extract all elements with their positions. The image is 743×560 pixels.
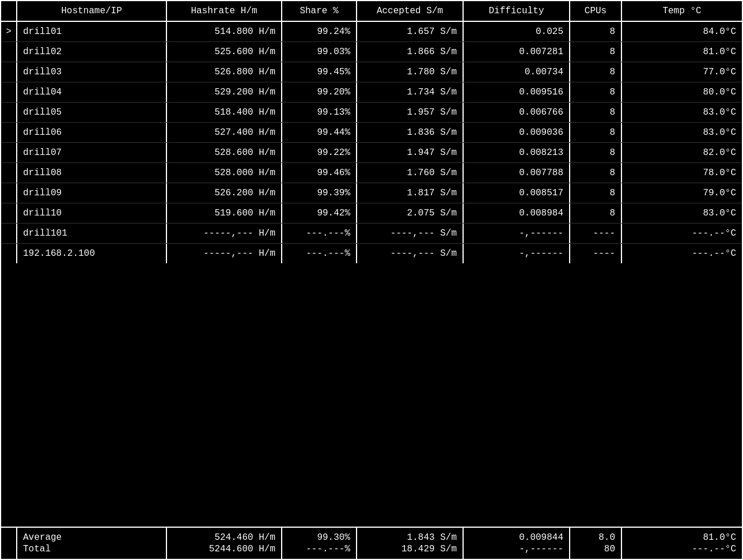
average-label: Average: [23, 532, 62, 543]
cell-cpus: 8: [570, 103, 622, 122]
cell-share: 99.44%: [282, 123, 357, 142]
cell-hostname: drill10: [17, 203, 167, 223]
col-share-header: Share %: [282, 1, 357, 21]
cell-difficulty: 0.025: [464, 22, 570, 41]
cell-accepted: ----,--- S/m: [357, 224, 464, 243]
average-difficulty: 0.009844: [519, 532, 563, 543]
table-body: > drill01 514.800 H/m 99.24% 1.657 S/m 0…: [1, 22, 742, 527]
cell-accepted: 1.866 S/m: [357, 42, 464, 62]
row-selector: [1, 183, 17, 203]
table-row[interactable]: drill02 525.600 H/m 99.03% 1.866 S/m 0.0…: [1, 42, 742, 62]
row-selector: [1, 82, 17, 102]
cell-cpus: 8: [570, 143, 622, 162]
cell-hostname: drill06: [17, 123, 167, 142]
row-selector: [1, 62, 17, 82]
table-row[interactable]: drill04 529.200 H/m 99.20% 1.734 S/m 0.0…: [1, 82, 742, 103]
cell-temp: 82.0°C: [622, 143, 742, 162]
table-row[interactable]: drill10 519.600 H/m 99.42% 2.075 S/m 0.0…: [1, 203, 742, 224]
cell-hashrate: 526.800 H/m: [167, 62, 282, 82]
cell-difficulty: 0.008984: [464, 203, 570, 223]
cell-hashrate: -----,--- H/m: [167, 224, 282, 243]
cell-cpus: 8: [570, 62, 622, 82]
table-row[interactable]: drill101 -----,--- H/m ---.---% ----,---…: [1, 224, 742, 244]
cell-temp: 80.0°C: [622, 82, 742, 102]
col-accepted-header: Accepted S/m: [357, 1, 464, 21]
footer-hashrate: 524.460 H/m 5244.600 H/m: [167, 528, 282, 559]
cell-temp: 84.0°C: [622, 22, 742, 41]
cell-accepted: 1.836 S/m: [357, 123, 464, 142]
cell-share: 99.22%: [282, 143, 357, 162]
cell-cpus: 8: [570, 163, 622, 183]
footer-difficulty: 0.009844 -,------: [464, 528, 570, 559]
col-cpus-header: CPUs: [570, 1, 622, 21]
cell-temp: ---.--°C: [622, 244, 742, 263]
cell-temp: ---.--°C: [622, 224, 742, 243]
table-row[interactable]: drill06 527.400 H/m 99.44% 1.836 S/m 0.0…: [1, 123, 742, 143]
cell-cpus: ----: [570, 244, 622, 263]
footer-temp: 81.0°C ---.--°C: [622, 528, 742, 559]
cell-share: 99.13%: [282, 103, 357, 122]
cell-difficulty: 0.009036: [464, 123, 570, 142]
cell-temp: 79.0°C: [622, 183, 742, 203]
cell-difficulty: -,------: [464, 244, 570, 263]
table-row[interactable]: drill09 526.200 H/m 99.39% 1.817 S/m 0.0…: [1, 183, 742, 203]
cell-hashrate: 526.200 H/m: [167, 183, 282, 203]
cell-share: 99.20%: [282, 82, 357, 102]
cell-hashrate: 528.600 H/m: [167, 143, 282, 162]
footer-row: Average Total 524.460 H/m 5244.600 H/m 9…: [1, 528, 742, 559]
cell-share: 99.03%: [282, 42, 357, 62]
table-header: Hostname/IP Hashrate H/m Share % Accepte…: [1, 1, 742, 22]
footer-share: 99.30% ---.---%: [282, 528, 357, 559]
total-share: ---.---%: [306, 544, 350, 554]
cell-accepted: 1.957 S/m: [357, 103, 464, 122]
row-selector: [1, 103, 17, 122]
total-accepted: 18.429 S/m: [401, 544, 457, 554]
row-selector: [1, 163, 17, 183]
total-difficulty: -,------: [519, 544, 563, 554]
cell-hostname: drill04: [17, 82, 167, 102]
row-selector: [1, 143, 17, 162]
cell-hostname: 192.168.2.100: [17, 244, 167, 263]
total-label: Total: [23, 544, 51, 554]
cell-hostname: drill08: [17, 163, 167, 183]
col-difficulty-header: Difficulty: [464, 1, 570, 21]
cell-hostname: drill03: [17, 62, 167, 82]
cell-temp: 77.0°C: [622, 62, 742, 82]
table-row[interactable]: drill05 518.400 H/m 99.13% 1.957 S/m 0.0…: [1, 103, 742, 123]
cell-difficulty: 0.008213: [464, 143, 570, 162]
average-accepted: 1.843 S/m: [407, 532, 457, 543]
col-temp-header: Temp °C: [622, 1, 742, 21]
table-row[interactable]: drill03 526.800 H/m 99.45% 1.780 S/m 0.0…: [1, 62, 742, 82]
cell-difficulty: 0.008517: [464, 183, 570, 203]
footer-accepted: 1.843 S/m 18.429 S/m: [357, 528, 464, 559]
col-selector-header: [1, 1, 17, 21]
cell-temp: 81.0°C: [622, 42, 742, 62]
cell-temp: 83.0°C: [622, 123, 742, 142]
cell-hashrate: 519.600 H/m: [167, 203, 282, 223]
cell-accepted: 1.780 S/m: [357, 62, 464, 82]
cell-hashrate: -----,--- H/m: [167, 244, 282, 263]
cell-hashrate: 514.800 H/m: [167, 22, 282, 41]
cell-share: 99.45%: [282, 62, 357, 82]
col-hostname-header: Hostname/IP: [17, 1, 167, 21]
cell-accepted: 1.657 S/m: [357, 22, 464, 41]
table-row[interactable]: drill08 528.000 H/m 99.46% 1.760 S/m 0.0…: [1, 163, 742, 183]
table-row[interactable]: > drill01 514.800 H/m 99.24% 1.657 S/m 0…: [1, 22, 742, 42]
cell-hostname: drill05: [17, 103, 167, 122]
row-selector: >: [1, 22, 17, 41]
cell-cpus: 8: [570, 22, 622, 41]
cell-accepted: 1.760 S/m: [357, 163, 464, 183]
total-hashrate: 5244.600 H/m: [209, 544, 275, 554]
cell-cpus: 8: [570, 123, 622, 142]
cell-accepted: 1.734 S/m: [357, 82, 464, 102]
cell-share: ---.---%: [282, 244, 357, 263]
table-row[interactable]: drill07 528.600 H/m 99.22% 1.947 S/m 0.0…: [1, 143, 742, 163]
table-row[interactable]: 192.168.2.100 -----,--- H/m ---.---% ---…: [1, 244, 742, 263]
cell-cpus: 8: [570, 82, 622, 102]
cell-hashrate: 529.200 H/m: [167, 82, 282, 102]
cell-hashrate: 525.600 H/m: [167, 42, 282, 62]
cell-accepted: 2.075 S/m: [357, 203, 464, 223]
footer-hostname: Average Total: [17, 528, 167, 559]
cell-hashrate: 518.400 H/m: [167, 103, 282, 122]
footer-cpus: 8.0 80: [570, 528, 622, 559]
